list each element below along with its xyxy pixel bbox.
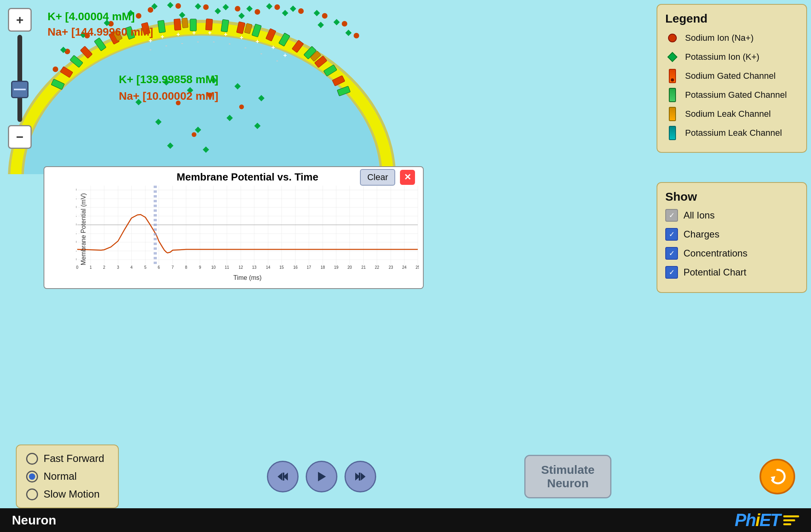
- svg-point-33: [235, 6, 240, 11]
- svg-text:25: 25: [76, 214, 76, 218]
- graph-header: Membrane Potential vs. Time Clear ✕: [76, 171, 419, 183]
- fast-forward-radio[interactable]: [26, 453, 38, 465]
- show-panel: Show ✓ All Ions ✓ Charges ✓ Concentratio…: [657, 182, 807, 293]
- legend-sodium-leak-label: Sodium Leak Channel: [685, 109, 771, 119]
- reset-button[interactable]: [760, 459, 795, 494]
- svg-marker-170: [278, 473, 282, 481]
- svg-rect-7: [158, 20, 166, 33]
- svg-text:8: 8: [185, 265, 187, 270]
- voltage-slider-thumb[interactable]: [11, 81, 29, 98]
- svg-marker-51: [290, 6, 296, 12]
- svg-marker-61: [238, 13, 245, 19]
- legend-potassium-gated-label: Potassium Gated Channel: [685, 90, 787, 100]
- svg-text:10: 10: [211, 265, 216, 270]
- rewind-button[interactable]: [267, 461, 299, 492]
- rewind-icon: [277, 471, 289, 483]
- show-potential-chart-item[interactable]: ✓ Potential Chart: [665, 266, 798, 279]
- potassium-gated-channel-icon: [665, 88, 680, 102]
- svg-marker-47: [195, 3, 201, 10]
- svg-text:3: 3: [117, 265, 119, 270]
- svg-marker-59: [179, 12, 185, 18]
- svg-marker-49: [246, 6, 253, 12]
- svg-text:-100: -100: [76, 257, 76, 262]
- svg-text:1: 1: [89, 265, 92, 270]
- svg-text:4: 4: [130, 265, 133, 270]
- sodium-ion-icon: [665, 31, 680, 45]
- step-forward-button[interactable]: [345, 461, 376, 492]
- app-title: Neuron: [12, 513, 56, 528]
- phet-logo-text: PhiET: [735, 510, 780, 530]
- svg-point-34: [255, 9, 260, 15]
- play-button[interactable]: [306, 461, 337, 492]
- normal-speed-radio[interactable]: [26, 471, 38, 483]
- svg-text:+: +: [160, 33, 164, 40]
- charges-checkbox[interactable]: ✓: [665, 228, 678, 241]
- svg-text:17: 17: [307, 265, 311, 270]
- legend-panel: Legend Sodium Ion (Na+) Potassium Ion (K…: [657, 4, 807, 153]
- svg-text:23: 23: [388, 265, 393, 270]
- svg-text:19: 19: [334, 265, 339, 270]
- show-charges-item[interactable]: ✓ Charges: [665, 228, 798, 241]
- inside-k-label: K+ [139.99858 mM]: [119, 71, 218, 88]
- svg-marker-52: [314, 10, 320, 16]
- svg-text:14: 14: [266, 265, 270, 270]
- svg-text:13: 13: [252, 265, 257, 270]
- svg-text:7: 7: [171, 265, 174, 270]
- svg-text:21: 21: [361, 265, 366, 270]
- legend-item-sodium-ion: Sodium Ion (Na+): [665, 31, 798, 45]
- svg-marker-53: [333, 19, 340, 25]
- svg-text:24: 24: [402, 265, 407, 270]
- speed-control-panel: Fast Forward Normal Slow Motion: [16, 445, 119, 508]
- potential-chart-checkbox[interactable]: ✓: [665, 266, 678, 279]
- svg-text:75: 75: [76, 196, 76, 201]
- clear-button[interactable]: Clear: [360, 169, 395, 186]
- legend-item-potassium-ion: Potassium Ion (K+): [665, 50, 798, 64]
- bottom-bar: Neuron PhiET: [0, 508, 811, 532]
- fast-forward-option[interactable]: Fast Forward: [26, 452, 109, 465]
- svg-text:-: -: [260, 50, 262, 57]
- stimulate-neuron-button[interactable]: StimulateNeuron: [524, 455, 611, 498]
- svg-point-37: [322, 13, 327, 19]
- svg-marker-46: [167, 2, 173, 8]
- svg-text:0: 0: [76, 265, 78, 270]
- normal-speed-option[interactable]: Normal: [26, 470, 109, 483]
- legend-sodium-ion-label: Sodium Ion (Na+): [685, 33, 754, 43]
- svg-rect-176: [359, 473, 360, 481]
- svg-point-1: [24, 36, 380, 174]
- slow-motion-radio[interactable]: [26, 488, 38, 500]
- svg-text:6: 6: [158, 265, 160, 270]
- phet-line-2: [783, 519, 795, 521]
- svg-text:2: 2: [103, 265, 105, 270]
- graph-container: 100 75 50 25 0 -25 -50 -75 -100 0 1 2 3 …: [76, 186, 419, 273]
- svg-text:16: 16: [293, 265, 298, 270]
- step-forward-icon: [354, 471, 366, 483]
- voltage-increase-button[interactable]: +: [8, 8, 32, 32]
- concentrations-checkbox[interactable]: ✓: [665, 247, 678, 260]
- slider-thumb-line: [14, 89, 26, 90]
- svg-marker-63: [318, 22, 324, 28]
- phet-line-3: [783, 523, 791, 525]
- show-concentrations-item[interactable]: ✓ Concentrations: [665, 247, 798, 260]
- show-title: Show: [665, 190, 798, 203]
- slow-motion-option[interactable]: Slow Motion: [26, 488, 109, 500]
- show-all-ions-item[interactable]: ✓ All Ions: [665, 209, 798, 222]
- svg-text:15: 15: [279, 265, 284, 270]
- svg-text:11: 11: [225, 265, 229, 270]
- svg-text:-: -: [149, 46, 151, 53]
- svg-marker-50: [266, 3, 272, 10]
- close-graph-button[interactable]: ✕: [400, 170, 415, 185]
- potential-chart-label: Potential Chart: [683, 267, 746, 278]
- svg-text:-: -: [181, 40, 183, 46]
- svg-text:-: -: [244, 44, 246, 51]
- fast-forward-label: Fast Forward: [44, 452, 104, 465]
- legend-item-potassium-gated: Potassium Gated Channel: [665, 88, 798, 102]
- svg-point-78: [239, 104, 244, 109]
- all-ions-checkbox[interactable]: ✓: [665, 209, 678, 222]
- svg-marker-173: [318, 472, 326, 481]
- legend-sodium-gated-label: Sodium Gated Channel: [685, 71, 776, 81]
- svg-text:+: +: [176, 31, 180, 38]
- charges-label: Charges: [683, 229, 720, 240]
- svg-point-35: [274, 4, 280, 10]
- svg-rect-9: [221, 19, 229, 32]
- voltage-decrease-button[interactable]: −: [8, 125, 32, 149]
